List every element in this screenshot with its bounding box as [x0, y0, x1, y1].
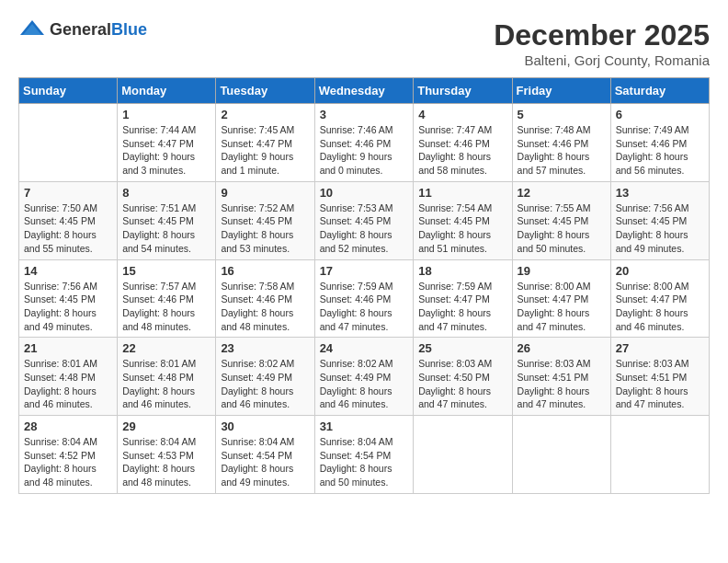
day-number: 28 [24, 419, 112, 433]
calendar-header-tuesday: Tuesday [216, 78, 314, 104]
day-number: 13 [616, 186, 704, 200]
calendar-week-row: 21Sunrise: 8:01 AMSunset: 4:48 PMDayligh… [19, 338, 710, 416]
day-info: Sunrise: 8:01 AMSunset: 4:48 PMDaylight:… [24, 357, 112, 411]
day-number: 18 [418, 264, 506, 278]
calendar-cell [19, 104, 118, 182]
day-number: 6 [616, 108, 704, 121]
day-info: Sunrise: 8:02 AMSunset: 4:49 PMDaylight:… [221, 357, 309, 411]
calendar-cell: 16Sunrise: 7:58 AMSunset: 4:46 PMDayligh… [216, 259, 314, 338]
calendar-header-thursday: Thursday [414, 78, 512, 104]
calendar-cell: 21Sunrise: 8:01 AMSunset: 4:48 PMDayligh… [19, 338, 118, 416]
logo-blue: Blue [111, 20, 147, 39]
day-info: Sunrise: 8:01 AMSunset: 4:48 PMDaylight:… [122, 357, 210, 411]
day-number: 17 [320, 264, 409, 278]
day-info: Sunrise: 7:58 AMSunset: 4:46 PMDaylight:… [221, 280, 309, 334]
day-number: 7 [24, 186, 112, 200]
day-info: Sunrise: 7:46 AMSunset: 4:46 PMDaylight:… [320, 123, 409, 178]
day-info: Sunrise: 7:52 AMSunset: 4:45 PMDaylight:… [221, 201, 309, 256]
page-header: GeneralBlue December 2025 Balteni, Gorj … [18, 18, 710, 68]
calendar-header-monday: Monday [118, 78, 216, 104]
day-info: Sunrise: 8:04 AMSunset: 4:53 PMDaylight:… [122, 435, 210, 489]
day-info: Sunrise: 8:04 AMSunset: 4:54 PMDaylight:… [221, 435, 309, 489]
day-number: 23 [221, 341, 309, 355]
calendar-header-friday: Friday [512, 78, 610, 104]
calendar-cell: 13Sunrise: 7:56 AMSunset: 4:45 PMDayligh… [610, 181, 709, 259]
day-info: Sunrise: 7:59 AMSunset: 4:46 PMDaylight:… [320, 280, 409, 334]
day-number: 12 [518, 186, 606, 200]
day-info: Sunrise: 8:04 AMSunset: 4:54 PMDaylight:… [320, 435, 409, 489]
calendar-cell [512, 416, 610, 494]
day-number: 2 [221, 108, 309, 121]
calendar-cell: 25Sunrise: 8:03 AMSunset: 4:50 PMDayligh… [414, 338, 512, 416]
day-info: Sunrise: 7:57 AMSunset: 4:46 PMDaylight:… [122, 280, 210, 334]
calendar-cell: 26Sunrise: 8:03 AMSunset: 4:51 PMDayligh… [512, 338, 610, 416]
calendar-week-row: 28Sunrise: 8:04 AMSunset: 4:52 PMDayligh… [19, 416, 710, 494]
calendar-cell: 14Sunrise: 7:56 AMSunset: 4:45 PMDayligh… [19, 259, 118, 338]
calendar-cell: 11Sunrise: 7:54 AMSunset: 4:45 PMDayligh… [414, 181, 512, 259]
calendar-cell [610, 416, 709, 494]
day-number: 21 [24, 341, 112, 355]
calendar-cell: 28Sunrise: 8:04 AMSunset: 4:52 PMDayligh… [19, 416, 118, 494]
day-info: Sunrise: 8:00 AMSunset: 4:47 PMDaylight:… [518, 280, 606, 334]
logo-icon [18, 18, 46, 40]
calendar-header-row: SundayMondayTuesdayWednesdayThursdayFrid… [19, 78, 710, 104]
day-info: Sunrise: 7:49 AMSunset: 4:46 PMDaylight:… [616, 123, 704, 178]
logo: GeneralBlue [18, 18, 147, 40]
day-number: 9 [221, 186, 309, 200]
day-number: 15 [122, 264, 210, 278]
day-info: Sunrise: 7:50 AMSunset: 4:45 PMDaylight:… [24, 201, 112, 256]
day-number: 31 [320, 419, 409, 433]
calendar: SundayMondayTuesdayWednesdayThursdayFrid… [18, 77, 710, 494]
calendar-cell [414, 416, 512, 494]
day-info: Sunrise: 7:59 AMSunset: 4:47 PMDaylight:… [418, 280, 506, 334]
day-info: Sunrise: 7:48 AMSunset: 4:46 PMDaylight:… [518, 123, 606, 178]
day-number: 29 [122, 419, 210, 433]
day-number: 1 [122, 108, 210, 121]
calendar-cell: 3Sunrise: 7:46 AMSunset: 4:46 PMDaylight… [314, 104, 414, 182]
day-number: 22 [122, 341, 210, 355]
day-number: 10 [320, 186, 409, 200]
calendar-cell: 18Sunrise: 7:59 AMSunset: 4:47 PMDayligh… [414, 259, 512, 338]
day-number: 19 [518, 264, 606, 278]
calendar-cell: 8Sunrise: 7:51 AMSunset: 4:45 PMDaylight… [118, 181, 216, 259]
calendar-cell: 22Sunrise: 8:01 AMSunset: 4:48 PMDayligh… [118, 338, 216, 416]
day-info: Sunrise: 7:45 AMSunset: 4:47 PMDaylight:… [221, 123, 309, 178]
day-number: 25 [418, 341, 506, 355]
calendar-cell: 27Sunrise: 8:03 AMSunset: 4:51 PMDayligh… [610, 338, 709, 416]
calendar-cell: 4Sunrise: 7:47 AMSunset: 4:46 PMDaylight… [414, 104, 512, 182]
calendar-cell: 10Sunrise: 7:53 AMSunset: 4:45 PMDayligh… [314, 181, 414, 259]
day-info: Sunrise: 7:51 AMSunset: 4:45 PMDaylight:… [122, 201, 210, 256]
day-number: 24 [320, 341, 409, 355]
day-number: 14 [24, 264, 112, 278]
calendar-cell: 29Sunrise: 8:04 AMSunset: 4:53 PMDayligh… [118, 416, 216, 494]
calendar-cell: 12Sunrise: 7:55 AMSunset: 4:45 PMDayligh… [512, 181, 610, 259]
calendar-cell: 31Sunrise: 8:04 AMSunset: 4:54 PMDayligh… [314, 416, 414, 494]
calendar-week-row: 1Sunrise: 7:44 AMSunset: 4:47 PMDaylight… [19, 104, 710, 182]
calendar-cell: 9Sunrise: 7:52 AMSunset: 4:45 PMDaylight… [216, 181, 314, 259]
day-number: 11 [418, 186, 506, 200]
calendar-cell: 5Sunrise: 7:48 AMSunset: 4:46 PMDaylight… [512, 104, 610, 182]
day-info: Sunrise: 7:55 AMSunset: 4:45 PMDaylight:… [518, 201, 606, 256]
day-number: 27 [616, 341, 704, 355]
day-number: 3 [320, 108, 409, 121]
day-number: 20 [616, 264, 704, 278]
calendar-cell: 2Sunrise: 7:45 AMSunset: 4:47 PMDaylight… [216, 104, 314, 182]
calendar-cell: 24Sunrise: 8:02 AMSunset: 4:49 PMDayligh… [314, 338, 414, 416]
day-info: Sunrise: 7:54 AMSunset: 4:45 PMDaylight:… [418, 201, 506, 256]
day-number: 4 [418, 108, 506, 121]
calendar-cell: 17Sunrise: 7:59 AMSunset: 4:46 PMDayligh… [314, 259, 414, 338]
calendar-header-sunday: Sunday [19, 78, 118, 104]
day-number: 26 [518, 341, 606, 355]
day-info: Sunrise: 8:03 AMSunset: 4:50 PMDaylight:… [418, 357, 506, 411]
day-number: 5 [518, 108, 606, 121]
location-title: Balteni, Gorj County, Romania [494, 52, 710, 68]
day-info: Sunrise: 7:56 AMSunset: 4:45 PMDaylight:… [616, 201, 704, 256]
logo-general: General [50, 20, 111, 39]
day-info: Sunrise: 8:04 AMSunset: 4:52 PMDaylight:… [24, 435, 112, 489]
title-block: December 2025 Balteni, Gorj County, Roma… [494, 18, 710, 68]
day-info: Sunrise: 8:02 AMSunset: 4:49 PMDaylight:… [320, 357, 409, 411]
calendar-cell: 15Sunrise: 7:57 AMSunset: 4:46 PMDayligh… [118, 259, 216, 338]
day-number: 16 [221, 264, 309, 278]
calendar-cell: 23Sunrise: 8:02 AMSunset: 4:49 PMDayligh… [216, 338, 314, 416]
day-info: Sunrise: 7:53 AMSunset: 4:45 PMDaylight:… [320, 201, 409, 256]
